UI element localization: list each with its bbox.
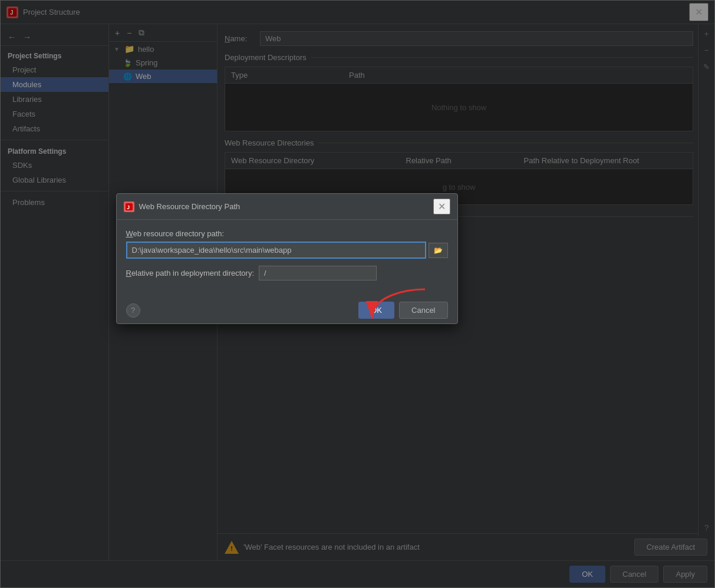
relative-path-label: Relative path in deployment directory: — [126, 269, 255, 278]
folder-browse-icon: 📂 — [434, 246, 443, 255]
dialog-relative-input[interactable] — [259, 266, 377, 280]
dialog-footer: ? OK Cancel — [117, 297, 457, 323]
dialog-browse-button[interactable]: 📂 — [429, 243, 448, 258]
dialog-relative-row: Relative path in deployment directory: — [126, 266, 448, 280]
dialog-app-icon: J — [124, 201, 134, 212]
dialog-help-button[interactable]: ? — [126, 303, 140, 318]
dialog-path-label: Web resource directory path: — [126, 229, 448, 238]
dialog-body: Web resource directory path: 📂 Relative … — [117, 220, 457, 297]
dialog-overlay: J Web Resource Directory Path ✕ Web reso… — [1, 1, 714, 587]
dialog-cancel-button[interactable]: Cancel — [399, 302, 447, 319]
dialog-close-button[interactable]: ✕ — [433, 199, 450, 214]
svg-text:J: J — [127, 204, 130, 210]
dialog-title-bar: J Web Resource Directory Path ✕ — [117, 194, 457, 220]
dialog-path-input[interactable] — [126, 242, 426, 259]
dialog-ok-button[interactable]: OK — [358, 302, 394, 319]
dialog-title-text: Web Resource Directory Path — [139, 202, 429, 211]
dialog-path-row: 📂 — [126, 242, 448, 259]
web-resource-dialog: J Web Resource Directory Path ✕ Web reso… — [116, 193, 458, 324]
main-window: J Project Structure ✕ ← → Project Settin… — [0, 0, 715, 588]
